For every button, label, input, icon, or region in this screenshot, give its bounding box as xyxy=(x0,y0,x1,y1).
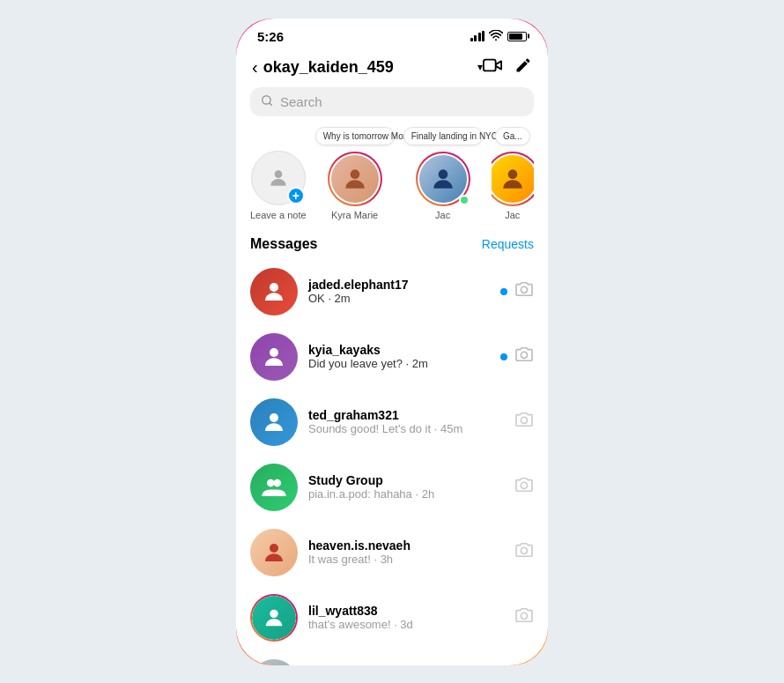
requests-link[interactable]: Requests xyxy=(482,237,534,251)
header: ‹ okay_kaiden_459 ▾ xyxy=(236,49,548,87)
back-button[interactable]: ‹ xyxy=(252,57,258,78)
online-dot xyxy=(459,195,470,205)
drew-young-note: Finally landing in NYC! ❤️ xyxy=(403,127,483,145)
story-item-jac[interactable]: Ga... Jac xyxy=(492,127,534,220)
svg-point-8 xyxy=(521,286,527,293)
msg-info: jaded.elephant17 OK · 2m xyxy=(308,278,490,305)
msg-info: kyia_kayaks Did you leave yet? · 2m xyxy=(308,343,490,370)
edit-icon[interactable] xyxy=(514,56,532,78)
camera-icon[interactable] xyxy=(514,281,534,301)
svg-rect-1 xyxy=(484,59,496,71)
jac-avatar-inner xyxy=(492,153,534,204)
msg-username: jaded.elephant17 xyxy=(308,278,490,292)
camera-icon[interactable] xyxy=(514,346,534,367)
svg-point-6 xyxy=(507,169,517,179)
kyra-marie-label: Kyra Marie xyxy=(331,210,378,220)
kyra-marie-avatar-inner xyxy=(329,153,381,204)
message-item[interactable]: jaded.elephant17 OK · 2m xyxy=(236,259,548,324)
svg-point-16 xyxy=(270,544,278,553)
msg-right xyxy=(500,346,534,367)
status-time: 5:26 xyxy=(257,29,284,44)
avatar xyxy=(250,398,298,446)
jac-note: Ga... xyxy=(495,127,530,145)
battery-icon xyxy=(507,32,527,41)
message-item[interactable]: Study Group pia.in.a.pod: hahaha · 2h xyxy=(236,455,548,520)
msg-username: kyia_kayaks xyxy=(308,343,490,357)
camera-icon[interactable] xyxy=(514,607,534,627)
msg-username: ted_graham321 xyxy=(308,408,504,422)
msg-right xyxy=(500,281,534,301)
kyra-marie-avatar-ring xyxy=(328,152,382,206)
story-item-kyra-marie[interactable]: Why is tomorrow Monday!? 😄 Kyra Marie xyxy=(315,127,395,220)
message-item[interactable]: kyia_kayaks Did you leave yet? · 2m xyxy=(236,324,548,390)
avatar xyxy=(250,464,298,511)
search-bar[interactable]: Search xyxy=(250,87,534,116)
msg-right xyxy=(514,412,534,432)
msg-username: lil_wyatt838 xyxy=(308,604,504,618)
msg-preview: It was great! · 3h xyxy=(308,553,504,566)
story-item-add-note[interactable]: + Leave a note xyxy=(250,151,307,220)
svg-point-7 xyxy=(270,283,278,292)
wifi-icon xyxy=(489,30,503,43)
msg-username: heaven.is.nevaeh xyxy=(308,538,504,553)
add-icon: + xyxy=(287,187,305,204)
message-item[interactable]: lil_wyatt838 that's awesome! · 3d xyxy=(236,585,548,650)
search-placeholder: Search xyxy=(280,94,322,109)
drew-young-avatar-wrapper xyxy=(416,152,470,206)
msg-right xyxy=(514,542,534,562)
jac-label: Jac xyxy=(505,210,520,220)
video-call-icon[interactable] xyxy=(483,57,502,78)
svg-point-18 xyxy=(270,609,277,617)
msg-info: heaven.is.nevaeh It was great! · 3h xyxy=(308,538,504,566)
msg-info: lil_wyatt838 that's awesome! · 3d xyxy=(308,604,504,631)
svg-point-13 xyxy=(267,479,275,486)
avatar xyxy=(250,529,298,576)
unread-dot xyxy=(500,288,507,295)
msg-preview: OK · 2m xyxy=(308,292,490,305)
username-title: okay_kaiden_459 xyxy=(263,58,475,77)
svg-point-14 xyxy=(273,479,281,486)
jac-avatar-ring xyxy=(492,152,534,206)
svg-point-15 xyxy=(521,482,527,488)
svg-point-19 xyxy=(521,612,527,619)
status-icons xyxy=(470,30,528,43)
svg-point-17 xyxy=(521,547,527,553)
message-item[interactable]: ted_graham321 Sounds good! Let's do it ·… xyxy=(236,390,548,455)
camera-icon[interactable] xyxy=(514,477,534,497)
svg-point-4 xyxy=(350,169,359,179)
add-story-circle: + xyxy=(251,151,306,205)
camera-icon[interactable] xyxy=(514,412,534,432)
msg-preview: pia.in.a.pod: hahaha · 2h xyxy=(308,487,504,501)
story-item-drew-young[interactable]: Finally landing in NYC! ❤️ xyxy=(403,127,483,220)
svg-point-0 xyxy=(495,39,497,41)
message-item[interactable]: heaven.is.nevaeh It was great! · 3h xyxy=(236,520,548,585)
signal-bars-icon xyxy=(470,31,485,41)
msg-preview: Did you leave yet? · 2m xyxy=(308,357,490,370)
unread-dot xyxy=(500,353,507,360)
svg-point-3 xyxy=(274,170,282,178)
messages-list: jaded.elephant17 OK · 2m xyxy=(236,259,548,665)
status-bar: 5:26 xyxy=(236,19,548,49)
drew-young-label: Jac xyxy=(435,210,450,220)
msg-info: ted_graham321 Sounds good! Let's do it ·… xyxy=(308,408,504,435)
msg-info: Study Group pia.in.a.pod: hahaha · 2h xyxy=(308,473,504,501)
kyra-marie-note: Why is tomorrow Monday!? 😄 xyxy=(315,127,395,145)
add-note-label: Leave a note xyxy=(250,210,307,220)
avatar xyxy=(250,659,298,665)
section-header: Messages Requests xyxy=(236,233,548,259)
msg-right xyxy=(514,607,534,627)
msg-preview: Sounds good! Let's do it · 45m xyxy=(308,422,504,435)
svg-point-11 xyxy=(270,413,278,422)
phone-frame: 5:26 xyxy=(233,16,551,668)
svg-point-12 xyxy=(521,417,527,423)
msg-right xyxy=(514,477,534,497)
msg-preview: that's awesome! · 3d xyxy=(308,618,504,631)
message-item[interactable]: paisley.print.48 Whaaat?? · 8h xyxy=(236,650,548,665)
camera-icon[interactable] xyxy=(514,542,534,562)
avatar xyxy=(250,333,298,381)
svg-point-10 xyxy=(521,352,527,358)
header-icons xyxy=(483,56,532,78)
svg-point-5 xyxy=(438,169,447,179)
phone-content: 5:26 xyxy=(236,19,548,665)
messages-title: Messages xyxy=(250,236,318,252)
